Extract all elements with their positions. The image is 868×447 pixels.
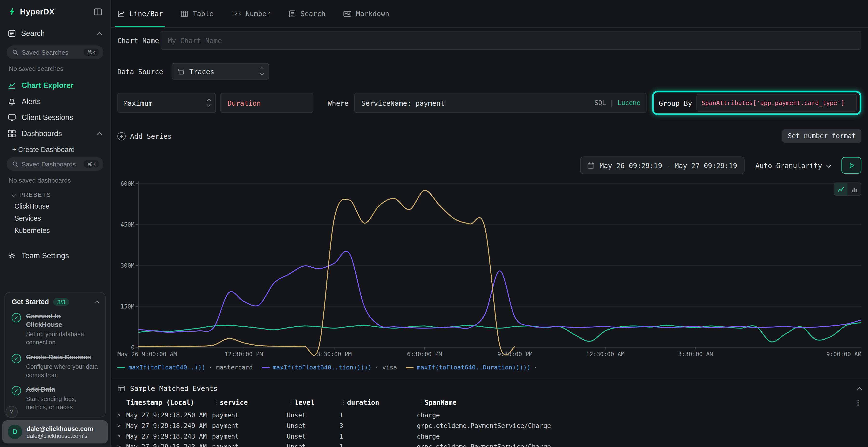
chart-legend[interactable]: maxIf(toFloat640..)))· mastercardmaxIf(t…	[117, 364, 862, 371]
sidebar-item-chart-explorer[interactable]: Chart Explorer	[0, 77, 110, 94]
sidebar-item-client-sessions[interactable]: Client Sessions	[0, 110, 110, 126]
plus-circle-icon: +	[117, 132, 126, 140]
markdown-icon	[343, 10, 351, 18]
row-expand-icon[interactable]: >	[117, 433, 126, 439]
chevron-up-icon	[97, 132, 102, 137]
column-header-col-svc[interactable]: service	[212, 399, 287, 406]
row-expand-icon[interactable]: >	[117, 443, 126, 447]
preset-kubernetes[interactable]: Kubernetes	[14, 227, 110, 234]
keyboard-shortcut-badge: ⌘K	[84, 49, 98, 56]
search-icon	[12, 49, 18, 55]
y-axis-label: 150M	[117, 303, 134, 310]
field-input[interactable]: Duration	[220, 93, 313, 113]
legend-series-label: maxIf(toFloat640..)))	[128, 364, 206, 371]
sidebar-collapse-button[interactable]	[94, 7, 102, 16]
x-axis-label: 12:30:00 AM	[586, 351, 625, 357]
tab-table[interactable]: Table	[181, 0, 214, 27]
event-cell-col-lvl: Unset	[287, 422, 339, 429]
where-input[interactable]: ServiceName: payment SQL | Lucene	[354, 93, 647, 113]
event-cell-col-dur: 1	[339, 411, 416, 419]
chevron-up-icon	[94, 300, 99, 305]
tab-markdown[interactable]: Markdown	[343, 0, 389, 27]
legend-group-label: · visa	[375, 364, 397, 371]
sample-matched-events-section: Sample Matched Events Timestamp (Local)s…	[111, 379, 868, 447]
bar-style-button[interactable]	[847, 183, 861, 195]
chevron-down-icon	[11, 192, 16, 197]
group-by-input[interactable]: SpanAttributes['app.payment.card_type']	[696, 94, 857, 111]
bar-chart-icon	[851, 186, 858, 192]
sidebar-section-search[interactable]: Search	[0, 22, 110, 42]
sidebar-header: HyperDX	[0, 0, 110, 22]
tab-number[interactable]: 123 Number	[231, 0, 271, 27]
events-table-body: >May 27 9:29:18.250 AMpaymentUnset1charg…	[111, 410, 868, 447]
presets-section-toggle[interactable]: PRESETS	[12, 191, 110, 198]
legend-group-label: · mastercard	[209, 364, 253, 371]
event-cell-col-svc: payment	[212, 443, 287, 447]
line-style-button[interactable]	[834, 183, 847, 195]
aggregation-select[interactable]: Maximum	[117, 93, 216, 113]
column-header-col-ts[interactable]: Timestamp (Local)	[126, 399, 212, 406]
event-cell-col-svc: payment	[212, 411, 287, 419]
events-table-header: Timestamp (Local)serviceleveldurationSpa…	[111, 397, 868, 410]
table-icon	[181, 10, 188, 18]
chart-style-toggle	[834, 182, 862, 196]
search-icon	[12, 161, 18, 167]
get-started-header[interactable]: Get Started 3/3	[11, 298, 98, 306]
table-menu-icon[interactable]: ⋮	[852, 399, 862, 406]
data-source-select[interactable]: Traces	[172, 63, 269, 80]
user-menu[interactable]: D dale@clickhouse.com dale@clickhouse.co…	[2, 420, 108, 444]
gear-icon	[8, 252, 16, 260]
x-axis-label: May 26 9:00:00 AM	[117, 351, 177, 357]
set-number-format-button[interactable]: Set number format	[782, 129, 862, 143]
granularity-select[interactable]: Auto Granularity	[753, 161, 833, 169]
legend-series-label: maxIf(toFloat640..tion)))))	[273, 364, 372, 371]
event-row[interactable]: >May 27 9:29:18.249 AMpaymentUnset3grpc.…	[111, 420, 868, 431]
series-line	[138, 323, 861, 342]
series-line	[138, 251, 861, 332]
event-row[interactable]: >May 27 9:29:18.243 AMpaymentUnset1charg…	[111, 431, 868, 442]
timeseries-chart-area[interactable]: 0150M300M450M600MMay 26 9:00:00 AM12:30:…	[117, 179, 862, 362]
collapse-section-icon[interactable]	[858, 387, 862, 391]
sidebar-item-dashboards[interactable]: Dashboards	[0, 126, 110, 142]
y-axis-label: 600M	[117, 180, 134, 187]
column-header-col-span[interactable]: SpanName	[417, 399, 852, 406]
legend-item[interactable]: maxIf(toFloat640..tion)))))· visa	[261, 364, 397, 371]
get-started-item[interactable]: ✓ Add Data Start sending logs, metrics, …	[11, 386, 98, 411]
tab-line-bar[interactable]: Line/Bar	[117, 0, 163, 27]
event-row[interactable]: >May 27 9:29:18.243 AMpaymentUnset1grpc.…	[111, 441, 868, 447]
event-cell-col-ts: May 27 9:29:18.250 AM	[126, 411, 212, 419]
saved-dashboards-input[interactable]: Saved Dashboards ⌘K	[7, 157, 104, 171]
y-axis-label: 450M	[117, 221, 134, 228]
add-series-button[interactable]: + Add Series	[117, 132, 172, 140]
select-chevrons-icon	[207, 100, 210, 106]
chart-name-input[interactable]: My Chart Name	[161, 31, 862, 50]
sidebar-item-team-settings[interactable]: Team Settings	[0, 248, 110, 264]
user-org: dale@clickhouse.com's	[27, 432, 93, 439]
timeseries-chart	[117, 179, 862, 362]
sidebar-item-alerts[interactable]: Alerts	[0, 94, 110, 110]
tab-search[interactable]: Search	[288, 0, 326, 27]
row-expand-icon[interactable]: >	[117, 412, 126, 418]
query-language-toggle[interactable]: SQL | Lucene	[594, 99, 641, 107]
row-expand-icon[interactable]: >	[117, 422, 126, 428]
preset-clickhouse[interactable]: ClickHouse	[14, 202, 110, 210]
column-header-col-dur[interactable]: duration	[339, 399, 416, 406]
get-started-item[interactable]: ✓ Create Data Sources Configure where yo…	[11, 353, 98, 379]
date-range-picker[interactable]: May 26 09:29:19 - May 27 09:29:19	[580, 157, 744, 174]
data-source-label: Data Source	[117, 67, 172, 75]
panel-collapse-icon	[94, 7, 102, 16]
event-cell-col-lvl: Unset	[287, 432, 339, 440]
run-query-button[interactable]	[841, 157, 862, 174]
legend-item[interactable]: maxIf(toFloat640..Duration)))))·	[406, 364, 537, 371]
column-header-col-lvl[interactable]: level	[287, 399, 339, 406]
get-started-card: Get Started 3/3 ✓ Connect to ClickHouse …	[4, 292, 105, 417]
event-row[interactable]: >May 27 9:29:18.250 AMpaymentUnset1charg…	[111, 410, 868, 420]
event-cell-col-dur: 1	[339, 443, 416, 447]
get-started-item[interactable]: ✓ Connect to ClickHouse Set up your data…	[11, 312, 98, 347]
event-cell-col-span: charge	[417, 411, 862, 419]
create-dashboard-button[interactable]: + Create Dashboard	[0, 142, 110, 154]
saved-searches-input[interactable]: Saved Searches ⌘K	[7, 45, 104, 59]
preset-services[interactable]: Services	[14, 215, 110, 222]
legend-item[interactable]: maxIf(toFloat640..)))· mastercard	[117, 364, 253, 371]
group-by-label: Group By	[659, 99, 692, 107]
